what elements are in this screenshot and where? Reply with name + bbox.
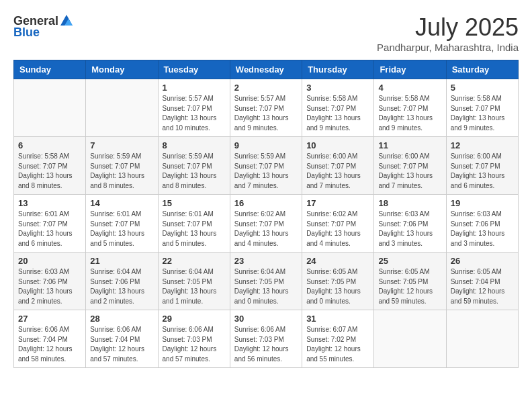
day-info: Sunrise: 6:04 AM Sunset: 7:06 PM Dayligh…	[90, 267, 153, 306]
day-number: 2	[234, 83, 298, 93]
day-info: Sunrise: 6:06 AM Sunset: 7:03 PM Dayligh…	[234, 325, 298, 364]
calendar-day-cell: 16Sunrise: 6:02 AM Sunset: 7:07 PM Dayli…	[230, 195, 302, 253]
day-info: Sunrise: 5:57 AM Sunset: 7:07 PM Dayligh…	[234, 94, 298, 133]
calendar-day-cell	[86, 79, 158, 137]
calendar-day-cell: 31Sunrise: 6:07 AM Sunset: 7:02 PM Dayli…	[302, 310, 374, 368]
day-number: 15	[163, 198, 226, 208]
calendar-day-cell	[14, 79, 86, 137]
day-number: 4	[378, 83, 441, 93]
day-number: 22	[163, 256, 226, 266]
calendar-day-cell: 8Sunrise: 5:59 AM Sunset: 7:07 PM Daylig…	[158, 137, 230, 195]
day-info: Sunrise: 6:06 AM Sunset: 7:04 PM Dayligh…	[18, 325, 81, 364]
day-info: Sunrise: 5:58 AM Sunset: 7:07 PM Dayligh…	[378, 94, 441, 133]
day-number: 29	[163, 314, 226, 324]
weekday-header-sunday: Sunday	[14, 60, 86, 79]
calendar-week-row: 6Sunrise: 5:58 AM Sunset: 7:07 PM Daylig…	[14, 137, 519, 195]
day-number: 11	[378, 140, 441, 150]
day-number: 24	[306, 256, 369, 266]
calendar-day-cell: 22Sunrise: 6:04 AM Sunset: 7:05 PM Dayli…	[158, 253, 230, 310]
day-info: Sunrise: 5:59 AM Sunset: 7:07 PM Dayligh…	[234, 152, 298, 191]
day-info: Sunrise: 6:01 AM Sunset: 7:07 PM Dayligh…	[163, 210, 226, 248]
day-number: 7	[90, 140, 153, 150]
calendar-day-cell: 30Sunrise: 6:06 AM Sunset: 7:03 PM Dayli…	[230, 310, 302, 368]
title-area: July 2025 Pandharpur, Maharashtra, India	[377, 13, 519, 53]
calendar-week-row: 13Sunrise: 6:01 AM Sunset: 7:07 PM Dayli…	[14, 195, 519, 253]
calendar-day-cell: 23Sunrise: 6:04 AM Sunset: 7:05 PM Dayli…	[230, 253, 302, 310]
calendar-day-cell: 21Sunrise: 6:04 AM Sunset: 7:06 PM Dayli…	[86, 253, 158, 310]
day-number: 3	[306, 83, 369, 93]
day-info: Sunrise: 6:02 AM Sunset: 7:07 PM Dayligh…	[306, 210, 369, 248]
calendar-day-cell: 6Sunrise: 5:58 AM Sunset: 7:07 PM Daylig…	[14, 137, 86, 195]
logo: General Blue	[13, 13, 75, 40]
day-info: Sunrise: 6:00 AM Sunset: 7:07 PM Dayligh…	[451, 152, 514, 191]
day-info: Sunrise: 5:58 AM Sunset: 7:07 PM Dayligh…	[451, 94, 514, 133]
day-info: Sunrise: 6:03 AM Sunset: 7:06 PM Dayligh…	[18, 267, 81, 306]
day-info: Sunrise: 5:59 AM Sunset: 7:07 PM Dayligh…	[90, 152, 153, 191]
day-info: Sunrise: 6:01 AM Sunset: 7:07 PM Dayligh…	[90, 210, 153, 248]
day-info: Sunrise: 6:05 AM Sunset: 7:04 PM Dayligh…	[451, 267, 514, 306]
day-number: 26	[451, 256, 514, 266]
calendar-week-row: 1Sunrise: 5:57 AM Sunset: 7:07 PM Daylig…	[14, 79, 519, 137]
day-info: Sunrise: 6:00 AM Sunset: 7:07 PM Dayligh…	[378, 152, 441, 191]
calendar-day-cell: 25Sunrise: 6:05 AM Sunset: 7:05 PM Dayli…	[374, 253, 446, 310]
calendar-day-cell: 28Sunrise: 6:06 AM Sunset: 7:04 PM Dayli…	[86, 310, 158, 368]
day-number: 25	[378, 256, 441, 266]
location-subtitle: Pandharpur, Maharashtra, India	[377, 42, 519, 53]
logo-icon	[59, 13, 74, 28]
weekday-header-saturday: Saturday	[446, 60, 518, 79]
calendar-day-cell: 2Sunrise: 5:57 AM Sunset: 7:07 PM Daylig…	[230, 79, 302, 137]
month-year-title: July 2025	[377, 13, 519, 42]
day-number: 19	[451, 198, 514, 208]
day-info: Sunrise: 6:06 AM Sunset: 7:03 PM Dayligh…	[163, 325, 226, 364]
day-number: 12	[451, 140, 514, 150]
calendar-day-cell: 24Sunrise: 6:05 AM Sunset: 7:05 PM Dayli…	[302, 253, 374, 310]
day-info: Sunrise: 6:03 AM Sunset: 7:06 PM Dayligh…	[451, 210, 514, 248]
calendar-day-cell: 17Sunrise: 6:02 AM Sunset: 7:07 PM Dayli…	[302, 195, 374, 253]
calendar-table: SundayMondayTuesdayWednesdayThursdayFrid…	[13, 60, 519, 368]
day-number: 1	[163, 83, 226, 93]
day-number: 31	[306, 314, 369, 324]
calendar-day-cell: 11Sunrise: 6:00 AM Sunset: 7:07 PM Dayli…	[374, 137, 446, 195]
day-info: Sunrise: 6:00 AM Sunset: 7:07 PM Dayligh…	[306, 152, 369, 191]
calendar-day-cell: 27Sunrise: 6:06 AM Sunset: 7:04 PM Dayli…	[14, 310, 86, 368]
day-info: Sunrise: 6:06 AM Sunset: 7:04 PM Dayligh…	[90, 325, 153, 364]
logo-text-blue: Blue	[13, 26, 40, 40]
calendar-day-cell: 29Sunrise: 6:06 AM Sunset: 7:03 PM Dayli…	[158, 310, 230, 368]
calendar-day-cell: 5Sunrise: 5:58 AM Sunset: 7:07 PM Daylig…	[446, 79, 518, 137]
day-number: 13	[18, 198, 81, 208]
calendar-day-cell: 9Sunrise: 5:59 AM Sunset: 7:07 PM Daylig…	[230, 137, 302, 195]
calendar-header-row: SundayMondayTuesdayWednesdayThursdayFrid…	[14, 60, 519, 79]
day-number: 5	[451, 83, 514, 93]
day-info: Sunrise: 6:04 AM Sunset: 7:05 PM Dayligh…	[163, 267, 226, 306]
day-number: 9	[234, 140, 298, 150]
calendar-day-cell: 15Sunrise: 6:01 AM Sunset: 7:07 PM Dayli…	[158, 195, 230, 253]
calendar-day-cell	[446, 310, 518, 368]
day-number: 20	[18, 256, 81, 266]
page-header: General Blue July 2025 Pandharpur, Mahar…	[13, 13, 519, 53]
day-number: 17	[306, 198, 369, 208]
day-info: Sunrise: 6:04 AM Sunset: 7:05 PM Dayligh…	[234, 267, 298, 306]
day-info: Sunrise: 6:02 AM Sunset: 7:07 PM Dayligh…	[234, 210, 298, 248]
calendar-day-cell: 7Sunrise: 5:59 AM Sunset: 7:07 PM Daylig…	[86, 137, 158, 195]
day-info: Sunrise: 5:59 AM Sunset: 7:07 PM Dayligh…	[163, 152, 226, 191]
calendar-day-cell	[374, 310, 446, 368]
calendar-day-cell: 10Sunrise: 6:00 AM Sunset: 7:07 PM Dayli…	[302, 137, 374, 195]
calendar-day-cell: 13Sunrise: 6:01 AM Sunset: 7:07 PM Dayli…	[14, 195, 86, 253]
calendar-day-cell: 18Sunrise: 6:03 AM Sunset: 7:06 PM Dayli…	[374, 195, 446, 253]
calendar-day-cell: 12Sunrise: 6:00 AM Sunset: 7:07 PM Dayli…	[446, 137, 518, 195]
day-number: 21	[90, 256, 153, 266]
calendar-day-cell: 19Sunrise: 6:03 AM Sunset: 7:06 PM Dayli…	[446, 195, 518, 253]
day-number: 30	[234, 314, 298, 324]
day-number: 6	[18, 140, 81, 150]
day-info: Sunrise: 5:58 AM Sunset: 7:07 PM Dayligh…	[18, 152, 81, 191]
day-number: 8	[163, 140, 226, 150]
day-info: Sunrise: 6:05 AM Sunset: 7:05 PM Dayligh…	[306, 267, 369, 306]
day-number: 16	[234, 198, 298, 208]
day-number: 10	[306, 140, 369, 150]
day-info: Sunrise: 5:58 AM Sunset: 7:07 PM Dayligh…	[306, 94, 369, 133]
calendar-day-cell: 14Sunrise: 6:01 AM Sunset: 7:07 PM Dayli…	[86, 195, 158, 253]
day-number: 18	[378, 198, 441, 208]
weekday-header-thursday: Thursday	[302, 60, 374, 79]
calendar-day-cell: 26Sunrise: 6:05 AM Sunset: 7:04 PM Dayli…	[446, 253, 518, 310]
calendar-day-cell: 1Sunrise: 5:57 AM Sunset: 7:07 PM Daylig…	[158, 79, 230, 137]
